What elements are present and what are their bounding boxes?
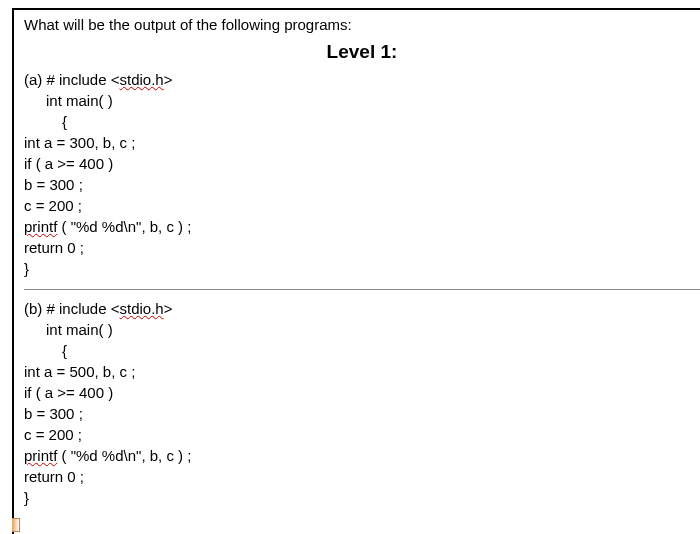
code-text: ( "%d %d\n", b, c ) ; xyxy=(57,447,191,464)
code-line: b = 300 ; xyxy=(24,403,700,424)
code-line: } xyxy=(24,258,700,279)
code-line: (a) # include <stdio.h> xyxy=(24,69,700,90)
code-line: c = 200 ; xyxy=(24,424,700,445)
label-a: (a) # include < xyxy=(24,71,119,88)
wavy-text: stdio.h xyxy=(119,71,163,88)
code-line: int a = 300, b, c ; xyxy=(24,132,700,153)
level-heading: Level 1: xyxy=(24,38,700,66)
label-b: (b) # include < xyxy=(24,300,119,317)
code-line: } xyxy=(24,487,700,508)
code-line: { xyxy=(24,111,700,132)
program-b: (b) # include <stdio.h> int main( ) { in… xyxy=(24,298,700,508)
code-line: b = 300 ; xyxy=(24,174,700,195)
wavy-text: printf xyxy=(24,218,57,235)
code-line: if ( a >= 400 ) xyxy=(24,382,700,403)
code-line: if ( a >= 400 ) xyxy=(24,153,700,174)
question-text: What will be the output of the following… xyxy=(24,14,700,36)
margin-tab-icon xyxy=(12,518,20,532)
document-frame: What will be the output of the following… xyxy=(12,8,700,534)
code-line: { xyxy=(24,340,700,361)
code-line: printf ( "%d %d\n", b, c ) ; xyxy=(24,445,700,466)
program-a: (a) # include <stdio.h> int main( ) { in… xyxy=(24,69,700,279)
code-text: > xyxy=(164,71,173,88)
code-line: int main( ) xyxy=(24,90,700,111)
page-wrapper: What will be the output of the following… xyxy=(12,8,700,534)
section-divider xyxy=(24,289,700,290)
code-line: int a = 500, b, c ; xyxy=(24,361,700,382)
code-line: return 0 ; xyxy=(24,237,700,258)
code-line: c = 200 ; xyxy=(24,195,700,216)
wavy-text: stdio.h xyxy=(119,300,163,317)
code-text: > xyxy=(164,300,173,317)
code-line: int main( ) xyxy=(24,319,700,340)
code-text: ( "%d %d\n", b, c ) ; xyxy=(57,218,191,235)
wavy-text: printf xyxy=(24,447,57,464)
code-line: printf ( "%d %d\n", b, c ) ; xyxy=(24,216,700,237)
code-line: return 0 ; xyxy=(24,466,700,487)
code-line: (b) # include <stdio.h> xyxy=(24,298,700,319)
